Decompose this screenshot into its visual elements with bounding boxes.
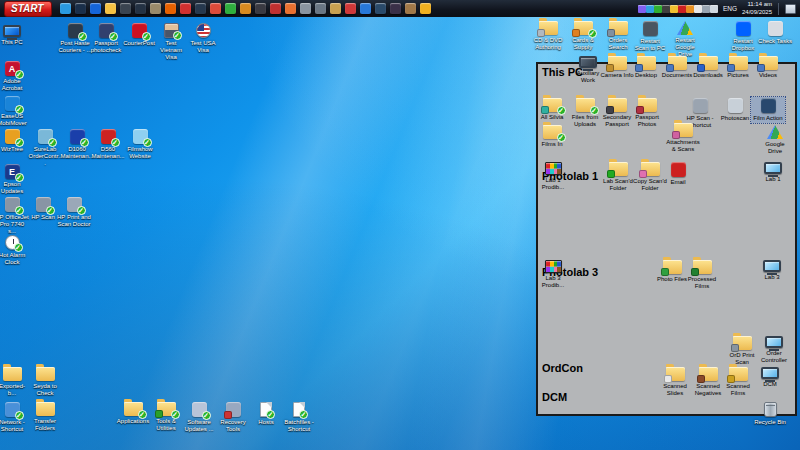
- taskbar-app-icons: [58, 3, 433, 14]
- photo-camera-icon[interactable]: [315, 3, 326, 14]
- bank-app-icon[interactable]: [150, 3, 161, 14]
- tray-orange-key-icon[interactable]: [686, 5, 694, 13]
- icon-desktop[interactable]: Desktop: [629, 55, 663, 80]
- tray-purple-app-icon[interactable]: [638, 5, 646, 13]
- clock-time: 11:14 am: [742, 1, 772, 8]
- star-app-icon[interactable]: [420, 3, 431, 14]
- security-shield-icon[interactable]: [240, 3, 251, 14]
- icon-films-in[interactable]: ✓ Films In: [535, 124, 569, 149]
- media-app-icon[interactable]: [195, 3, 206, 14]
- overlay-badge-icon: [606, 106, 614, 114]
- icon-photo-files[interactable]: Photo Files: [655, 259, 689, 284]
- icon-scanned-films[interactable]: Scanned Films: [721, 366, 755, 398]
- taskbar-clock[interactable]: 11:14 am 24/09/2025: [742, 1, 772, 15]
- photoshop-app-icon[interactable]: [360, 3, 371, 14]
- bird-app-icon[interactable]: [405, 3, 416, 14]
- icon-passport-photos[interactable]: Passport Photos: [630, 97, 664, 129]
- language-indicator[interactable]: ENG: [723, 5, 737, 12]
- icon-label: Documents: [662, 72, 692, 79]
- icon-files-from-uploads[interactable]: ✓ Files from Uploads: [568, 97, 602, 129]
- icon-scanned-negatives[interactable]: Scanned Negatives: [691, 366, 725, 398]
- tray-speaker-icon[interactable]: [710, 5, 718, 13]
- icon-photoscan[interactable]: Photoscan: [718, 97, 752, 123]
- antivirus-shield-icon[interactable]: [345, 3, 356, 14]
- icon-pictures[interactable]: Pictures: [721, 55, 755, 80]
- icon-dcm[interactable]: DCM: [753, 366, 787, 389]
- wallet-app-icon[interactable]: [300, 3, 311, 14]
- tray-icons: [638, 5, 718, 13]
- icon-lab-1-prodib[interactable]: Lab 1 Prodib...: [536, 161, 570, 192]
- icon-label: Photo Files: [657, 276, 687, 283]
- chrome-browser-icon[interactable]: [210, 3, 221, 14]
- scanner-app-icon[interactable]: [375, 3, 386, 14]
- icon-label: Film Action: [753, 115, 782, 122]
- tray-green-sync-icon[interactable]: [654, 5, 662, 13]
- icon-lab-3[interactable]: Lab 3: [755, 259, 789, 282]
- icon-processed-films[interactable]: Processed Films: [685, 259, 719, 291]
- tray-cursor-icon[interactable]: [694, 5, 702, 13]
- icon-label: Lab 3 Prodib...: [536, 275, 570, 289]
- icon-label: Processed Films: [685, 276, 719, 290]
- taskbar: START ENG 11:14 am 24/09/2025: [0, 0, 800, 17]
- start-button[interactable]: START: [4, 1, 52, 17]
- panel-icons-layer: Auxiliary Work Camera Info Desktop Docum…: [0, 0, 800, 450]
- icon-google-drive[interactable]: Google Drive: [758, 124, 792, 156]
- icon-ord-print-scan[interactable]: OrD Print Scan: [725, 335, 759, 367]
- paint-app-icon[interactable]: [180, 3, 191, 14]
- overlay-badge-icon: [672, 131, 680, 139]
- overlay-badge-icon: [731, 344, 739, 352]
- icon-secondary-passport[interactable]: Secondary Passport: [600, 97, 634, 129]
- system-tray: ENG 11:14 am 24/09/2025: [632, 1, 796, 15]
- icon-label: Lab Scan'd Folder: [601, 178, 635, 192]
- firefox-browser-icon[interactable]: [165, 3, 176, 14]
- icon-videos[interactable]: Videos: [751, 55, 785, 80]
- settings-gear-icon[interactable]: [390, 3, 401, 14]
- tray-drive-icon[interactable]: [670, 5, 678, 13]
- icon-lab-scan-d-folder[interactable]: Lab Scan'd Folder: [601, 161, 635, 193]
- edge-browser-icon[interactable]: [60, 3, 71, 14]
- tray-dark-app-icon[interactable]: [662, 5, 670, 13]
- globe-gold-icon[interactable]: [330, 3, 341, 14]
- icon-label: Films In: [542, 141, 563, 148]
- sync-check-icon: ✓: [590, 106, 599, 115]
- overlay-badge-icon: [541, 106, 549, 114]
- icon-email[interactable]: Email: [661, 161, 695, 187]
- overlay-badge-icon: [697, 64, 705, 72]
- icon-label: Google Drive: [758, 141, 792, 155]
- word-processor-icon[interactable]: [135, 3, 146, 14]
- overlay-badge-icon: [639, 170, 647, 178]
- flame-app-icon[interactable]: [285, 3, 296, 14]
- icon-label: Videos: [759, 72, 777, 79]
- icon-label: All Silvia: [541, 114, 564, 121]
- camera-app-icon[interactable]: [255, 3, 266, 14]
- meter-app-icon[interactable]: [270, 3, 281, 14]
- sync-check-icon: ✓: [557, 106, 566, 115]
- photo-viewer-icon[interactable]: [120, 3, 131, 14]
- icon-label: Email: [670, 179, 685, 186]
- icon-label: Passport Photos: [630, 114, 664, 128]
- tray-display-icon[interactable]: [702, 5, 710, 13]
- file-explorer-icon[interactable]: [105, 3, 116, 14]
- icon-lab-3-prodib[interactable]: Lab 3 Prodib...: [536, 259, 570, 290]
- icon-label: Photoscan: [721, 115, 749, 122]
- overlay-badge-icon: [727, 64, 735, 72]
- overlay-badge-icon: [691, 268, 699, 276]
- icon-documents[interactable]: Documents: [660, 55, 694, 80]
- download-manager-icon[interactable]: [225, 3, 236, 14]
- internet-globe-icon[interactable]: [90, 3, 101, 14]
- icon-order-controller[interactable]: Order Controller: [757, 335, 791, 365]
- overlay-badge-icon: [635, 64, 643, 72]
- icon-all-silvia[interactable]: ✓ All Silvia: [535, 97, 569, 122]
- icon-label: Lab 1 Prodib...: [536, 177, 570, 191]
- notification-area-icon[interactable]: [785, 4, 796, 14]
- tray-separator: [778, 3, 779, 15]
- icon-lab-1[interactable]: Lab 1: [756, 161, 790, 184]
- icon-label: Desktop: [635, 72, 657, 79]
- icon-attachments-scans[interactable]: Attachments & Scans: [666, 122, 700, 154]
- icon-scanned-slides[interactable]: Scanned Slides: [658, 366, 692, 398]
- icon-downloads[interactable]: Downloads: [691, 55, 725, 80]
- tray-red-app-icon[interactable]: [678, 5, 686, 13]
- icon-film-action[interactable]: Film Action: [751, 97, 785, 123]
- tray-blue-app-icon[interactable]: [646, 5, 654, 13]
- remote-desktop-icon[interactable]: [75, 3, 86, 14]
